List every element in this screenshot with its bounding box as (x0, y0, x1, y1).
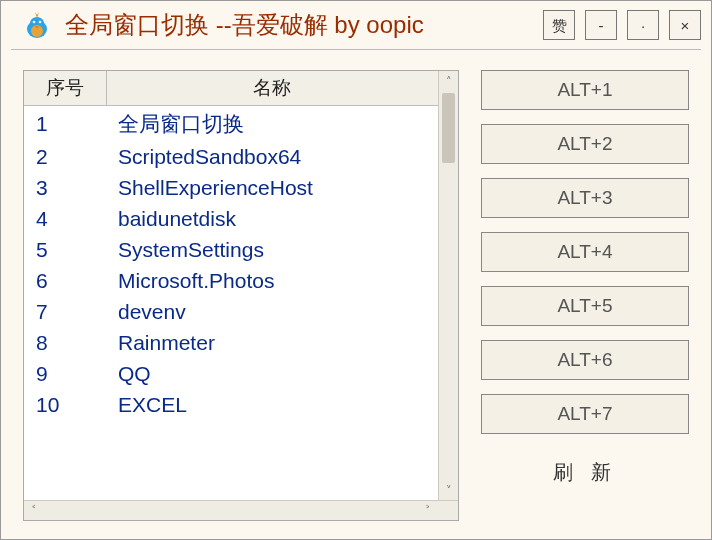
cell-name: QQ (106, 358, 438, 389)
scroll-up-icon[interactable]: ˄ (439, 71, 458, 91)
table-row[interactable]: 9QQ (24, 358, 438, 389)
cell-name: EXCEL (106, 389, 438, 420)
col-header-index[interactable]: 序号 (24, 71, 106, 106)
main-area: 序号 名称 1全局窗口切换2ScriptedSandbox643ShellExp… (1, 60, 711, 539)
hotkey-button-3[interactable]: ALT+3 (481, 178, 689, 218)
cell-name: ShellExperienceHost (106, 172, 438, 203)
cell-index: 10 (24, 389, 106, 420)
scroll-left-icon[interactable]: ˂ (24, 501, 44, 520)
vertical-scrollbar[interactable]: ˄ ˅ (438, 71, 458, 500)
scroll-down-icon[interactable]: ˅ (439, 480, 458, 500)
window-list-panel: 序号 名称 1全局窗口切换2ScriptedSandbox643ShellExp… (23, 70, 459, 521)
table-row[interactable]: 2ScriptedSandbox64 (24, 141, 438, 172)
table-row[interactable]: 10EXCEL (24, 389, 438, 420)
cell-index: 6 (24, 265, 106, 296)
cell-name: Rainmeter (106, 327, 438, 358)
table-row[interactable]: 4baidunetdisk (24, 203, 438, 234)
hotkey-button-5[interactable]: ALT+5 (481, 286, 689, 326)
hotkey-button-7[interactable]: ALT+7 (481, 394, 689, 434)
cell-name: baidunetdisk (106, 203, 438, 234)
col-header-name[interactable]: 名称 (106, 71, 438, 106)
cell-index: 3 (24, 172, 106, 203)
cell-index: 4 (24, 203, 106, 234)
refresh-button[interactable]: 刷 新 (481, 452, 689, 492)
cell-index: 9 (24, 358, 106, 389)
horizontal-scrollbar[interactable]: ˂ ˃ (24, 500, 458, 520)
cell-index: 7 (24, 296, 106, 327)
cell-name: devenv (106, 296, 438, 327)
table-row[interactable]: 1全局窗口切换 (24, 106, 438, 142)
titlebar: 全局窗口切换 --吾爱破解 by oopic 赞 - · × (1, 1, 711, 49)
table-row[interactable]: 8Rainmeter (24, 327, 438, 358)
cell-index: 1 (24, 106, 106, 142)
cell-index: 5 (24, 234, 106, 265)
svg-point-3 (33, 21, 36, 24)
vertical-scroll-thumb[interactable] (442, 93, 455, 163)
cell-name: Microsoft.Photos (106, 265, 438, 296)
hotkey-button-4[interactable]: ALT+4 (481, 232, 689, 272)
cell-name: ScriptedSandbox64 (106, 141, 438, 172)
like-button[interactable]: 赞 (543, 10, 575, 40)
minimize-button[interactable]: - (585, 10, 617, 40)
scrollbar-corner (438, 501, 458, 520)
bird-icon (21, 9, 53, 41)
window-title: 全局窗口切换 --吾爱破解 by oopic (65, 9, 531, 41)
table-row[interactable]: 7devenv (24, 296, 438, 327)
window-list[interactable]: 序号 名称 1全局窗口切换2ScriptedSandbox643ShellExp… (24, 71, 438, 500)
table-row[interactable]: 5SystemSettings (24, 234, 438, 265)
titlebar-divider (11, 49, 701, 50)
table-row[interactable]: 6Microsoft.Photos (24, 265, 438, 296)
titlebar-buttons: 赞 - · × (543, 10, 701, 40)
cell-name: SystemSettings (106, 234, 438, 265)
cell-index: 8 (24, 327, 106, 358)
cell-name: 全局窗口切换 (106, 106, 438, 142)
dot-button[interactable]: · (627, 10, 659, 40)
cell-index: 2 (24, 141, 106, 172)
scroll-right-icon[interactable]: ˃ (418, 501, 438, 520)
svg-point-4 (39, 21, 42, 24)
hotkey-button-1[interactable]: ALT+1 (481, 70, 689, 110)
table-row[interactable]: 3ShellExperienceHost (24, 172, 438, 203)
hotkey-button-2[interactable]: ALT+2 (481, 124, 689, 164)
hotkey-column: ALT+1ALT+2ALT+3ALT+4ALT+5ALT+6ALT+7 刷 新 (481, 70, 689, 521)
hotkey-button-6[interactable]: ALT+6 (481, 340, 689, 380)
close-button[interactable]: × (669, 10, 701, 40)
app-window: 全局窗口切换 --吾爱破解 by oopic 赞 - · × 序号 名称 (0, 0, 712, 540)
